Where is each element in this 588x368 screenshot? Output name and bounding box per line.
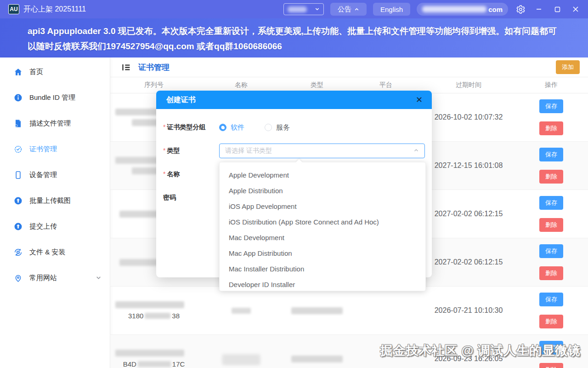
save-button[interactable]: 保存	[539, 196, 563, 210]
serial-suffix: 17C	[172, 360, 185, 368]
sidebar-item-profiles[interactable]: 描述文件管理	[0, 110, 110, 136]
sidebar-item-websites[interactable]: 常用网站	[0, 265, 110, 291]
save-button[interactable]: 保存	[539, 293, 563, 306]
required-asterisk: *	[163, 147, 165, 154]
announcement-text: api3 Appuploader 3.0 现已发布。本次版本完全重新设计，系统更…	[28, 23, 560, 54]
website-pin-icon	[14, 274, 23, 282]
announcement-button[interactable]: 公告	[330, 3, 367, 16]
cert-password-label: 密码	[163, 194, 219, 202]
language-button[interactable]: English	[373, 3, 410, 16]
settings-gear-icon[interactable]	[514, 3, 526, 15]
radio-dot	[265, 124, 272, 131]
sidebar-item-files-install[interactable]: 文件 & 安装	[0, 239, 110, 265]
delete-button[interactable]: 删除	[539, 170, 563, 184]
upload-screenshot-icon	[14, 196, 23, 205]
file-install-icon	[14, 248, 23, 257]
email-suffix: com	[488, 6, 503, 13]
sidebar-item-label: 描述文件管理	[29, 119, 102, 128]
language-label: English	[380, 6, 403, 13]
cert-group-label: *证书类型分组	[163, 123, 219, 132]
collapse-sidebar-icon[interactable]	[121, 63, 131, 72]
sidebar-item-certificates[interactable]: 证书管理	[0, 136, 110, 162]
titlebar-dropdown[interactable]	[283, 3, 324, 15]
col-header-expire: 过期时间	[423, 81, 514, 89]
delete-button[interactable]: 删除	[539, 266, 563, 280]
save-button[interactable]: 保存	[539, 244, 563, 258]
sidebar-item-label: 文件 & 安装	[29, 248, 102, 257]
certificate-icon	[14, 145, 23, 154]
app-window: AU 开心上架 20251111 公告 English com	[0, 0, 588, 368]
sidebar: 首页 Bundle ID 管理 描述文件管理 证书管理	[0, 58, 110, 368]
sidebar-item-label: 设备管理	[29, 171, 102, 179]
sidebar-item-bundle-id[interactable]: Bundle ID 管理	[0, 85, 110, 110]
redacted-type	[291, 356, 343, 362]
expire-date: 2027-12-15 16:01:08	[423, 161, 514, 170]
dropdown-option[interactable]: Developer ID Installer	[220, 277, 425, 293]
dropdown-option[interactable]: Mac App Distribution	[220, 246, 425, 261]
close-icon[interactable]: ✕	[416, 96, 423, 104]
submit-upload-icon	[14, 222, 23, 231]
dropdown-option[interactable]: Mac Development	[220, 230, 425, 246]
actions-cell: 保存 删除	[514, 148, 588, 184]
sidebar-item-label: 证书管理	[29, 145, 102, 154]
cert-group-row: *证书类型分组 软件 服务	[163, 120, 425, 135]
dropdown-option[interactable]: Apple Distribution	[220, 183, 425, 199]
save-button[interactable]: 保存	[539, 148, 563, 161]
home-icon	[14, 68, 23, 76]
cert-group-radio-group: 软件 服务	[219, 123, 290, 132]
radio-label: 软件	[231, 123, 244, 132]
col-header-serial: 序列号	[110, 81, 198, 89]
delete-button[interactable]: 删除	[539, 218, 563, 232]
serial-cell: 3180 38	[110, 301, 198, 320]
serial-suffix: 38	[172, 312, 180, 320]
col-header-type: 类型	[285, 81, 349, 89]
titlebar: AU 开心上架 20251111 公告 English com	[0, 0, 588, 18]
name-cell	[198, 308, 285, 314]
announcement-label: 公告	[338, 5, 351, 14]
minimize-button[interactable]	[533, 3, 545, 15]
close-button[interactable]	[570, 3, 582, 15]
redacted-dropdown-value	[288, 6, 307, 12]
radio-software[interactable]: 软件	[219, 123, 244, 132]
maximize-button[interactable]	[551, 3, 563, 15]
redacted-serial	[145, 313, 170, 319]
actions-cell: 保存 删除	[514, 293, 588, 328]
dropdown-option[interactable]: Apple Development	[220, 167, 425, 183]
expire-date: 2026-07-21 10:10:30	[423, 306, 514, 315]
delete-button[interactable]: 删除	[539, 363, 563, 368]
required-asterisk: *	[163, 123, 165, 131]
radio-service[interactable]: 服务	[265, 123, 290, 132]
dropdown-option[interactable]: iOS App Development	[220, 199, 425, 214]
expire-date: 2026-10-02 10:07:32	[423, 113, 514, 121]
sidebar-item-home[interactable]: 首页	[0, 59, 110, 85]
account-email[interactable]: com	[417, 3, 508, 16]
sidebar-item-batch-screenshots[interactable]: 批量上传截图	[0, 188, 110, 213]
sidebar-item-submit-upload[interactable]: 提交上传	[0, 213, 110, 239]
sidebar-item-label: 批量上传截图	[29, 196, 102, 205]
sidebar-item-devices[interactable]: 设备管理	[0, 162, 110, 188]
serial-prefix: 3180	[128, 312, 143, 320]
delete-button[interactable]: 删除	[539, 315, 563, 328]
device-icon	[14, 171, 23, 179]
chevron-up-icon	[413, 147, 419, 155]
sidebar-item-label: 常用网站	[29, 274, 89, 282]
sidebar-item-label: 首页	[29, 68, 102, 76]
name-cell	[198, 354, 285, 363]
delete-button[interactable]: 删除	[539, 121, 563, 135]
required-asterisk: *	[163, 170, 165, 178]
page-header: 证书管理 添加	[110, 58, 588, 77]
app-title: 开心上架 20251111	[23, 5, 86, 14]
actions-cell: 保存 删除	[514, 196, 588, 232]
serial-cell: B4D 17C	[110, 350, 198, 368]
sidebar-item-label: Bundle ID 管理	[29, 93, 102, 102]
save-button[interactable]: 保存	[539, 99, 563, 113]
dropdown-option[interactable]: Mac Installer Distribution	[220, 261, 425, 277]
info-icon	[14, 93, 23, 102]
dropdown-option[interactable]: iOS Distribution (App Store Connect and …	[220, 214, 425, 230]
redacted-name	[232, 308, 251, 314]
add-certificate-button[interactable]: 添加	[556, 60, 580, 74]
expire-date: 2027-02-02 06:12:15	[423, 258, 514, 266]
actions-cell: 保存 删除	[514, 244, 588, 280]
cert-type-dropdown-list: Apple Development Apple Distribution iOS…	[219, 162, 426, 291]
cert-type-select[interactable]: 请选择 证书类型	[219, 144, 425, 158]
